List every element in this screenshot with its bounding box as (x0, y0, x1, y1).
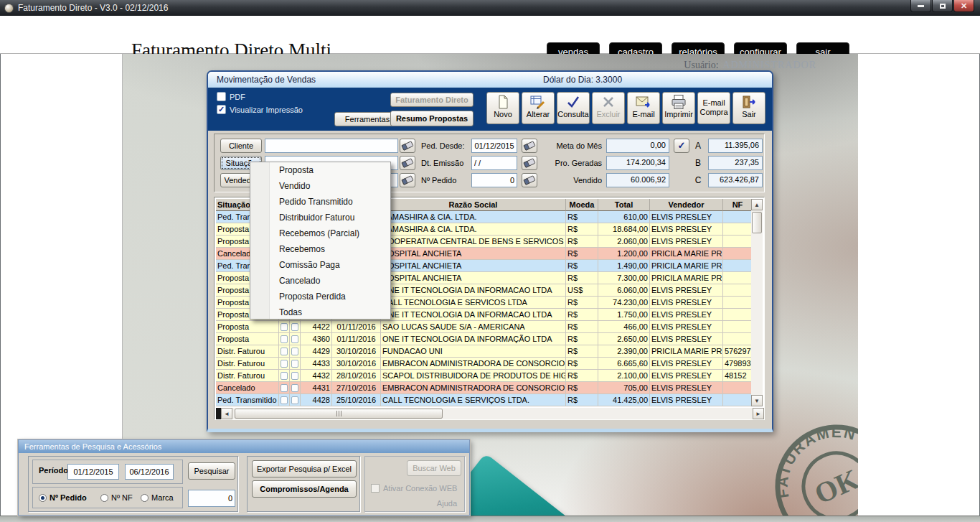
visualizar-checkbox[interactable]: ✓ (217, 105, 226, 114)
table-row[interactable]: Distr. Faturou442930/10/2016FUNDACAO UNI… (216, 345, 753, 358)
periodo-to-input[interactable] (125, 464, 174, 480)
toolbar-button-imprimir[interactable]: Imprimir (662, 92, 695, 124)
restore-button[interactable] (932, 0, 953, 12)
toolbar-button-email-compra[interactable]: E-mail Compra (697, 92, 730, 124)
cell-cb2[interactable] (290, 370, 301, 382)
meta-check-button[interactable]: ✓ (674, 139, 689, 153)
row-checkbox[interactable] (291, 348, 298, 355)
vendedor-clear-button[interactable] (400, 173, 415, 187)
row-checkbox[interactable] (291, 372, 298, 380)
radio-icon[interactable] (141, 494, 149, 502)
cell-cb1[interactable] (279, 370, 290, 382)
cell-cb2[interactable] (290, 382, 301, 394)
search-number-input[interactable] (188, 490, 235, 507)
row-checkbox[interactable] (291, 360, 298, 368)
radio-marca[interactable]: Marca (141, 488, 174, 508)
scroll-left-icon[interactable]: ◄ (221, 408, 232, 419)
cell-cb2[interactable] (290, 333, 301, 345)
situacao-clear-button[interactable] (400, 156, 415, 170)
menu-item-comiss-o-paga[interactable]: Comissão Paga (250, 257, 390, 273)
pdf-checkbox[interactable] (217, 92, 226, 101)
cell-cb1[interactable] (279, 394, 290, 406)
resumo-propostas-button[interactable]: Resumo Propostas (390, 111, 473, 126)
row-checkbox[interactable] (291, 384, 298, 392)
horizontal-scrollbar[interactable]: ◄ ► (216, 408, 764, 419)
periodo-from-input[interactable] (67, 464, 119, 480)
ped-desde-input[interactable] (471, 139, 517, 153)
radio-icon[interactable] (39, 494, 47, 502)
cliente-input[interactable] (265, 139, 398, 153)
table-row[interactable]: Distr. Faturou443330/10/2016EMBRACON ADM… (216, 358, 753, 370)
table-row[interactable]: Proposta442201/11/2016SAO LUCAS SAUDE S/… (216, 321, 753, 333)
dt-emissao-clear-button[interactable] (522, 156, 537, 170)
compromissos-agenda-button[interactable]: Compromissos/Agenda (252, 480, 357, 498)
row-checkbox[interactable] (291, 323, 298, 331)
vertical-scrollbar[interactable]: ▲ ▼ (751, 199, 763, 406)
toolbar-button-email[interactable]: E-mail (627, 92, 660, 124)
row-checkbox[interactable] (281, 384, 288, 392)
row-checkbox[interactable] (281, 348, 288, 355)
row-checkbox[interactable] (291, 396, 298, 404)
pdf-option[interactable]: PDF (217, 92, 245, 101)
dt-emissao-input[interactable] (471, 156, 517, 170)
row-checkbox[interactable] (281, 372, 288, 380)
ped-desde-clear-button[interactable] (522, 139, 537, 153)
cell-cb1[interactable] (279, 382, 290, 394)
ativar-conexao-checkbox[interactable] (371, 484, 380, 493)
cell-cb2[interactable] (290, 358, 301, 370)
row-checkbox[interactable] (281, 360, 288, 368)
toolbar-button-novo[interactable]: Novo (486, 92, 519, 124)
ajuda-link[interactable]: Ajuda (437, 499, 457, 508)
row-checkbox[interactable] (281, 396, 288, 404)
toolbar-button-sair[interactable]: Sair (732, 92, 765, 124)
radio-n-pedido[interactable]: Nº Pedido (39, 488, 87, 508)
cell-cb2[interactable] (290, 394, 301, 406)
table-row[interactable]: Proposta436001/11/2016ONE IT TECNOLOGIA … (216, 333, 753, 345)
menu-item-vendido[interactable]: Vendido (250, 178, 390, 194)
minimize-button[interactable] (910, 0, 931, 12)
cell-cb1[interactable] (279, 321, 290, 333)
table-row[interactable]: Cancelado443127/10/2016EMBRACON ADMINIST… (216, 382, 753, 394)
radio-icon[interactable] (100, 494, 108, 502)
vscroll-thumb[interactable] (752, 212, 762, 233)
cell-cb2[interactable] (290, 321, 301, 333)
column-header-nf[interactable]: NF (723, 199, 753, 211)
radio-n-nf[interactable]: Nº NF (100, 488, 133, 508)
column-header-razao[interactable]: Razão Social (381, 199, 566, 211)
cell-cb2[interactable] (290, 345, 301, 358)
column-header-moeda[interactable]: Moeda (566, 199, 598, 211)
visualizar-option[interactable]: ✓ Visualizar Impressão (217, 105, 303, 114)
faturamento-direto-button[interactable]: Faturamento Direto (390, 93, 473, 107)
table-row[interactable]: Ped. Transmitido442825/10/2016CALL TECNO… (216, 394, 753, 406)
toolbar-button-alterar[interactable]: Alterar (522, 92, 555, 124)
cell-cb1[interactable] (279, 345, 290, 358)
scroll-up-icon[interactable]: ▲ (751, 199, 763, 210)
n-pedido-clear-button[interactable] (522, 173, 537, 187)
row-checkbox[interactable] (281, 323, 288, 331)
cell-cb1[interactable] (279, 333, 290, 345)
menu-item-proposta-perdida[interactable]: Proposta Perdida (250, 289, 390, 304)
exportar-excel-button[interactable]: Exportar Pesquisa p/ Excel (252, 460, 357, 477)
menu-item-proposta[interactable]: Proposta (250, 162, 390, 178)
table-row[interactable]: Distr. Faturou443228/10/2016SCAPOL DISTR… (216, 370, 753, 382)
cell-cb1[interactable] (279, 358, 290, 370)
menu-item-recebemos-parcial-[interactable]: Recebemos (Parcial) (250, 225, 390, 241)
cliente-clear-button[interactable] (400, 139, 415, 153)
ativar-conexao-option[interactable]: Ativar Conexão WEB (371, 481, 457, 494)
menu-item-pedido-transmitido[interactable]: Pedido Transmitido (250, 194, 390, 210)
column-header-vendedor[interactable]: Vendedor (650, 199, 723, 211)
scroll-down-icon[interactable]: ▼ (751, 395, 763, 406)
menu-item-cancelado[interactable]: Cancelado (250, 273, 390, 289)
pesquisar-button[interactable]: Pesquisar (188, 462, 235, 480)
menu-item-todas[interactable]: Todas (250, 304, 390, 320)
toolbar-button-excluir[interactable]: Excluir (592, 92, 625, 124)
scroll-right-icon[interactable]: ► (753, 408, 764, 419)
toolbar-button-consulta[interactable]: Consulta (557, 92, 590, 124)
buscar-web-button[interactable]: Buscar Web (407, 460, 461, 476)
row-checkbox[interactable] (291, 335, 298, 343)
hscroll-thumb[interactable] (235, 409, 443, 419)
row-checkbox[interactable] (281, 335, 288, 343)
cliente-filter-button[interactable]: Cliente (220, 139, 262, 153)
menu-item-distribuidor-faturou[interactable]: Distribuidor Faturou (250, 210, 390, 225)
column-header-total[interactable]: Total (598, 199, 650, 211)
